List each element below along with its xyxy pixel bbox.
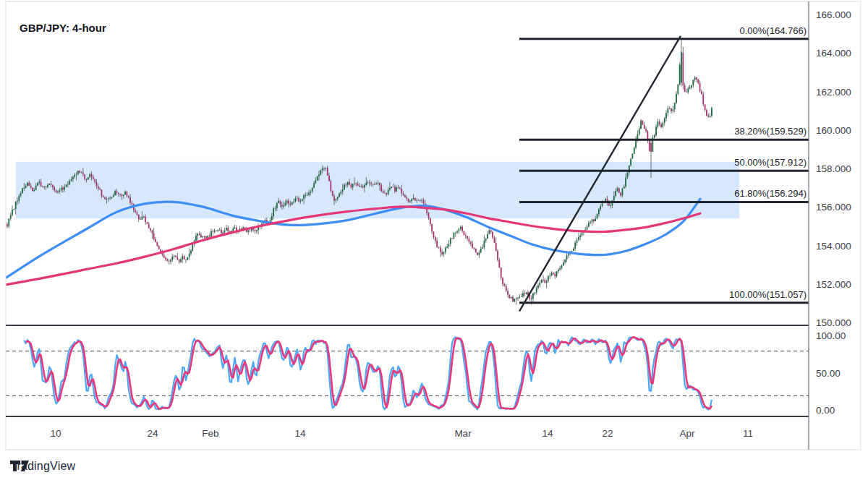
tradingview-logo-icon (10, 460, 29, 472)
fib-level-label: 38.20%(159.529) (691, 126, 807, 137)
oscillator-axis-label: 50.00 (816, 368, 841, 380)
date-axis-label: 10 (47, 428, 64, 440)
price-axis-label: 156.000 (816, 202, 851, 213)
fib-level-label: 0.00%(164.766) (691, 25, 807, 37)
price-axis-label: 150.000 (816, 317, 851, 329)
fib-level-label: 61.80%(156.294) (691, 188, 807, 200)
date-axis-label: 11 (739, 428, 757, 440)
date-axis-label: Apr (678, 428, 696, 440)
oscillator-axis-label: 0.00 (816, 405, 835, 416)
chart-widget: GBP/JPY: 4-hour 166.000164.000162.000160… (0, 0, 868, 488)
oscillator-axis-label: 100.00 (816, 330, 846, 342)
price-axis-label: 160.000 (816, 125, 851, 137)
date-axis-label: 24 (144, 428, 161, 440)
price-axis-label: 158.000 (816, 163, 851, 175)
date-axis-label: 22 (599, 428, 616, 440)
fib-level-label: 100.00%(151.057) (691, 289, 807, 301)
fib-level-label: 50.00%(157.912) (691, 157, 807, 168)
price-axis-label: 164.000 (816, 48, 851, 59)
chart-canvas[interactable] (0, 0, 868, 488)
price-axis-label: 166.000 (816, 9, 851, 21)
widget-border (6, 1, 861, 450)
price-axis-label: 154.000 (816, 241, 851, 252)
date-axis-label: Feb (202, 428, 219, 440)
date-axis-label: Mar (454, 428, 472, 440)
stochastic-d-line[interactable] (26, 338, 712, 409)
date-axis-label: 14 (539, 428, 556, 440)
price-axis-label: 152.000 (816, 279, 851, 291)
date-axis-label: 14 (292, 428, 309, 440)
price-axis-label: 162.000 (816, 87, 851, 98)
tradingview-logo[interactable]: TradingView (10, 460, 75, 473)
